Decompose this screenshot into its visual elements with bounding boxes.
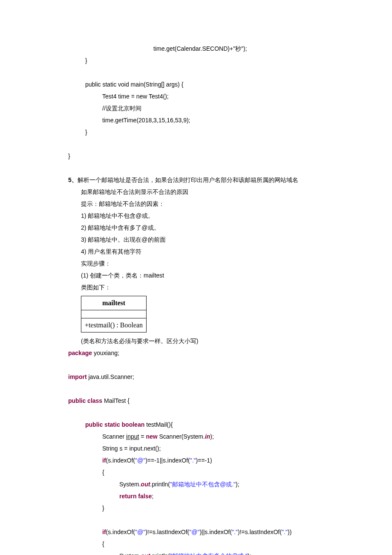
code-text: Scanner — [102, 433, 126, 440]
code-text: ); — [236, 481, 239, 488]
code-text: youxiang; — [92, 350, 119, 356]
string: "." — [232, 529, 238, 535]
keyword: new — [146, 433, 157, 440]
code-text: ; — [152, 493, 153, 500]
code-text: testMail(){ — [144, 421, 173, 428]
keyword-italic: out — [141, 552, 150, 555]
code-line: Scanner input = new Scanner(System.in); — [68, 431, 324, 442]
uml-class-name: mailtest — [81, 296, 147, 310]
code-text: ); — [210, 433, 214, 440]
question-item: 1) 邮箱地址中不包含@或。 — [68, 210, 324, 222]
keyword: public static boolean — [85, 421, 144, 428]
code-line: time.getTime(2018,3,15,16,53,9); — [68, 114, 324, 126]
string: "邮箱地址中含有多余的@或." — [170, 552, 248, 555]
code-line: public static boolean testMail(){ — [68, 419, 324, 431]
code-text: )!=s.lastIndexOf( — [238, 529, 282, 535]
code-line: } — [68, 126, 324, 138]
question-item: 4) 用户名里有其他字符 — [68, 246, 324, 257]
code-text: System. — [119, 552, 141, 555]
question-line: 提示：邮箱地址不合法的因素： — [68, 198, 324, 210]
code-line: if(s.indexOf("@")!=s.lastIndexOf("@")||s… — [68, 526, 324, 538]
code-line: //设置北京时间 — [68, 102, 324, 114]
code-line: } — [68, 150, 324, 162]
code-block-mailtest: package youxiang; import java.util.Scann… — [68, 347, 324, 555]
code-text: ); — [248, 552, 251, 555]
question-line: (1) 创建一个类，类名：mailtest — [68, 269, 324, 281]
question-line: 类图如下： — [68, 281, 324, 293]
code-line: } — [68, 55, 324, 66]
uml-table: mailtest +testmail() : Boolean — [81, 296, 147, 332]
code-line: package youxiang; — [68, 347, 324, 359]
code-text: MailTest { — [102, 397, 130, 404]
question-note: (类名和方法名必须与要求一样。区分大小写) — [68, 335, 324, 347]
code-text: .println( — [150, 552, 170, 555]
code-text: java.util.Scanner; — [87, 373, 134, 380]
keyword: return false — [119, 493, 152, 500]
code-line: if(s.indexOf("@")==-1||s.indexOf(".")==-… — [68, 454, 324, 466]
code-text: )||s.indexOf( — [199, 529, 232, 535]
code-text: Scanner(System. — [158, 433, 205, 440]
code-text: )!=s.lastIndexOf( — [145, 529, 189, 535]
string: "@" — [135, 457, 145, 464]
string: "." — [190, 457, 196, 464]
uml-method: +testmail() : Boolean — [81, 318, 147, 332]
question-number: 5、 — [68, 176, 78, 183]
string: "邮箱地址中不包含@或." — [170, 481, 236, 488]
code-line: Test4 time = new Test4(); — [68, 90, 324, 102]
question-item: 2) 邮箱地址中含有多了@或。 — [68, 222, 324, 234]
code-line: } — [68, 502, 324, 514]
code-text: )==-1||s.indexOf( — [145, 457, 190, 464]
code-line: import java.util.Scanner; — [68, 371, 324, 383]
code-text: )==-1) — [196, 457, 212, 464]
code-line: String s = input.next(); — [68, 442, 324, 454]
code-text: .println( — [150, 481, 170, 488]
code-line: public static void main(String[] args) { — [68, 78, 324, 90]
string: "@" — [189, 529, 199, 535]
code-line: System.out.println("邮箱地址中含有多余的@或."); — [68, 550, 324, 555]
string: "@" — [135, 529, 145, 535]
keyword: if — [102, 529, 106, 535]
code-line: return false; — [68, 490, 324, 502]
string: "." — [282, 529, 288, 535]
question-title: 5、解析一个邮箱地址是否合法，如果合法则打印出用户名部分和该邮箱所属的网站域名 — [68, 174, 324, 186]
code-text: = — [139, 433, 146, 440]
code-block-top: time.get(Calendar.SECOND)+"秒"); } public… — [68, 43, 324, 162]
code-text: (s.indexOf( — [106, 529, 135, 535]
question-line: 实现步骤： — [68, 257, 324, 269]
keyword-italic: in — [205, 433, 210, 440]
code-underline: input — [126, 433, 139, 440]
question-title-text: 解析一个邮箱地址是否合法，如果合法则打印出用户名部分和该邮箱所属的网站域名 — [78, 176, 298, 183]
code-line: System.out.println("邮箱地址中不包含@或."); — [68, 478, 324, 490]
keyword: public class — [68, 397, 102, 404]
code-line: time.get(Calendar.SECOND)+"秒"); — [68, 43, 324, 55]
question-item: 3) 邮箱地址中。出现在@的前面 — [68, 234, 324, 246]
code-text: System. — [119, 481, 141, 488]
uml-attrs-empty — [81, 310, 147, 318]
question-line: 如果邮箱地址不合法则显示不合法的原因 — [68, 186, 324, 198]
code-line: public class MailTest { — [68, 395, 324, 407]
code-line: { — [68, 466, 324, 478]
keyword: import — [68, 373, 87, 380]
question-5: 5、解析一个邮箱地址是否合法，如果合法则打印出用户名部分和该邮箱所属的网站域名 … — [68, 174, 324, 347]
code-text: (s.indexOf( — [106, 457, 135, 464]
keyword-italic: out — [141, 481, 150, 488]
keyword: package — [68, 350, 92, 356]
code-text: )) — [288, 529, 291, 535]
code-line: { — [68, 538, 324, 550]
keyword: if — [102, 457, 106, 464]
